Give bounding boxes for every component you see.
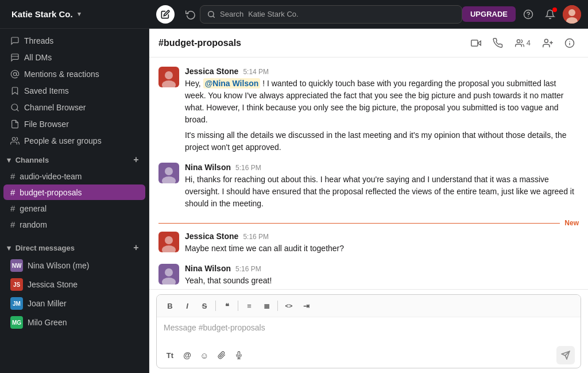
top-bar: Katie Stark Co. ▾ Search Katie Stark Co.… [0,0,588,29]
audio-button[interactable] [231,348,246,363]
message-time: 5:16 PM [235,265,261,273]
composer-placeholder: Message #budget-proposals [164,323,265,332]
sidebar-all-dms-label: All DMs [24,53,52,62]
sidebar-item-mentions[interactable]: Mentions & reactions [3,66,145,82]
sidebar-item-threads[interactable]: Threads [3,33,145,49]
channel-header: #budget-proposals 4 [149,29,588,57]
channels-section-label: ▾ Channels [7,156,49,164]
add-dm-button[interactable]: + [130,242,142,253]
dm-item-milo-green[interactable]: MGMilo Green [3,313,145,332]
dm-item-joan-miller[interactable]: JMJoan Miller [3,294,145,313]
numbered-list-button[interactable]: ≣ [259,298,274,313]
message-body: Nina Wilson5:16 PMYeah, that sounds grea… [185,264,579,287]
main-area: Threads All DMs Mentions & reactions Sav… [0,29,588,373]
svg-point-30 [165,268,173,276]
message-text: Hey, @Nina Wilson ! I wanted to quickly … [185,78,579,126]
svg-point-10 [12,137,15,140]
message-avatar [158,163,179,183]
hash-icon: # [10,203,15,213]
composer-box: B I S ❝ ≡ ≣ <> ⇥ Mess [156,294,581,368]
attachment-button[interactable] [214,348,229,363]
new-label: New [564,219,579,227]
message-body: Jessica Stone5:14 PMHey, @Nina Wilson ! … [185,67,579,153]
channel-item-random[interactable]: #random [3,217,145,232]
phone-call-button[interactable] [489,34,507,52]
top-actions: UPGRADE [462,5,581,24]
notifications-button[interactable] [541,5,559,24]
new-line [158,223,560,224]
message-author: Nina Wilson [185,264,231,273]
svg-point-21 [165,71,173,79]
code-button[interactable]: <> [281,298,296,313]
members-button[interactable]: 4 [510,36,535,50]
channel-label: budget-proposals [20,188,82,197]
channel-actions: 4 [467,34,579,52]
message-author: Jessica Stone [185,67,238,76]
hash-icon: # [10,220,15,229]
help-button[interactable] [519,5,537,24]
upgrade-button[interactable]: UPGRADE [462,6,516,22]
message-input[interactable]: Message #budget-proposals [157,317,581,343]
message-group: Jessica Stone5:14 PMHey, @Nina Wilson ! … [158,67,579,153]
chevron-down-icon: ▾ [78,10,81,18]
dm-label: Jessica Stone [28,280,78,289]
italic-button[interactable]: I [180,298,195,313]
channel-label: audio-video-team [20,172,82,181]
toolbar-separator-1 [215,301,216,311]
text-format-button[interactable]: Tt [163,348,177,363]
emoji-button[interactable]: ☺ [197,348,212,363]
workspace-selector[interactable]: Katie Stark Co. ▾ [7,7,156,21]
sidebar-saved-label: Saved Items [24,86,69,95]
sidebar-item-people[interactable]: People & user groups [3,133,145,149]
svg-marker-11 [478,41,481,45]
message-avatar [158,67,179,87]
quote-button[interactable]: ❝ [219,298,234,313]
history-button[interactable] [181,5,200,24]
message-text: It's missing all the details we discusse… [185,129,579,153]
message-body: Jessica Stone5:16 PMMaybe next time we c… [185,232,579,255]
search-bar[interactable]: Search Katie Stark Co. [200,5,462,24]
channel-item-budget-proposals[interactable]: #budget-proposals [3,184,145,200]
composer-toolbar: B I S ❝ ≡ ≣ <> ⇥ [157,295,581,317]
mention: @Nina Wilson [203,78,261,89]
svg-point-13 [517,40,520,43]
compose-button[interactable] [156,5,175,24]
sidebar: Threads All DMs Mentions & reactions Sav… [0,29,149,373]
composer: B I S ❝ ≡ ≣ <> ⇥ Mess [149,289,588,373]
channels-section-header[interactable]: ▾ Channels + [0,149,149,168]
messages-container: Jessica Stone5:14 PMHey, @Nina Wilson ! … [149,57,588,289]
add-member-button[interactable] [539,34,557,52]
bold-button[interactable]: B [163,298,177,313]
add-channel-button[interactable]: + [130,154,142,166]
video-call-button[interactable] [467,34,485,52]
dm-avatar: MG [10,316,23,329]
dm-item-nina-wilson[interactable]: NWNina Wilson (me) [3,256,145,275]
dm-section-header[interactable]: ▾ Direct messages + [0,237,149,256]
dm-avatar: NW [10,259,23,272]
dm-item-jessica-stone[interactable]: JSJessica Stone [3,275,145,294]
channel-item-general[interactable]: #general [3,201,145,216]
sidebar-item-saved[interactable]: Saved Items [3,83,145,99]
mention-button[interactable]: @ [180,348,195,363]
user-avatar[interactable] [563,5,581,24]
sidebar-item-all-dms[interactable]: All DMs [3,49,145,66]
strikethrough-button[interactable]: S [197,298,212,313]
message-text: Maybe next time we can all audit it toge… [185,243,579,255]
message-avatar [158,232,179,252]
workspace-title: Katie Stark Co. [11,9,73,19]
svg-point-27 [165,236,173,244]
channel-info-button[interactable] [560,34,579,52]
bullet-list-button[interactable]: ≡ [242,298,257,313]
sidebar-item-channel-browser[interactable]: Channel Browser [3,99,145,116]
sidebar-item-file-browser[interactable]: File Browser [3,116,145,132]
channel-item-audio-video-team[interactable]: #audio-video-team [3,168,145,184]
send-button[interactable] [556,346,575,364]
search-placeholder: Search [220,10,243,18]
sidebar-channel-browser-label: Channel Browser [24,103,86,112]
message-header: Jessica Stone5:16 PM [185,232,579,241]
sidebar-threads-label: Threads [24,36,53,45]
svg-point-24 [165,167,173,175]
notification-dot [552,7,557,12]
indent-button[interactable]: ⇥ [299,298,314,313]
dm-avatar: JS [10,278,23,291]
